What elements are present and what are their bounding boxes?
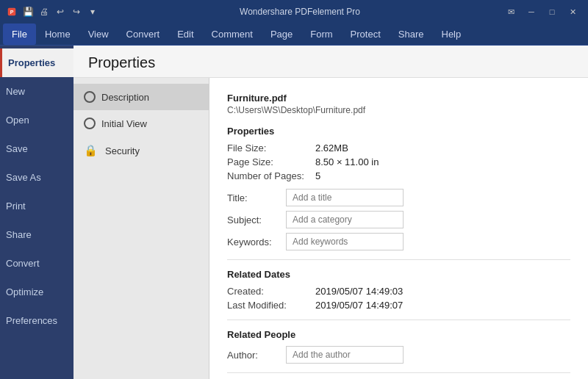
sub-item-security-label: Security: [105, 145, 140, 156]
page-size-label: Page Size:: [227, 156, 315, 167]
related-dates-title: Related Dates: [227, 269, 570, 280]
sidebar-item-optimize[interactable]: Optimize: [0, 278, 74, 306]
lock-icon: 🔒: [84, 144, 98, 157]
app-icon: P: [6, 6, 18, 18]
menu-edit[interactable]: Edit: [168, 24, 202, 45]
file-size-label: File Size:: [227, 142, 315, 154]
sub-item-security[interactable]: 🔒 Security: [74, 137, 209, 165]
sidebar-item-save-as[interactable]: Save As: [0, 163, 74, 192]
properties-content: Furniture.pdf C:\Users\WS\Desktop\Furnit…: [209, 78, 588, 379]
sub-panel: Description Initial View 🔒 Security: [74, 78, 209, 379]
keywords-field-label: Keywords:: [227, 237, 286, 248]
sidebar-item-preferences[interactable]: Preferences: [0, 306, 74, 335]
keywords-input[interactable]: [286, 233, 404, 250]
divider-3: [227, 372, 570, 373]
menu-view[interactable]: View: [79, 24, 118, 45]
sub-item-initial-view-label: Initial View: [101, 118, 147, 129]
custom-tb-icon[interactable]: ▾: [87, 6, 98, 18]
sub-item-description-label: Description: [101, 92, 149, 103]
print-tb-icon[interactable]: 🖨: [38, 6, 50, 18]
modified-value: 2019/05/07 14:49:07: [315, 300, 403, 311]
menu-protect[interactable]: Protect: [342, 24, 390, 45]
title-bar: P 💾 🖨 ↩ ↪ ▾ Wondershare PDFelement Pro ✉…: [0, 0, 588, 24]
content-area: Properties Description Initial View 🔒 Se…: [74, 46, 588, 379]
title-bar-icons: P 💾 🖨 ↩ ↪ ▾: [6, 6, 98, 18]
file-size-row: File Size: 2.62MB: [227, 142, 570, 154]
modified-row: Last Modified: 2019/05/07 14:49:07: [227, 300, 570, 311]
sidebar-item-print[interactable]: Print: [0, 192, 74, 220]
author-field-label: Author:: [227, 350, 286, 361]
initial-view-icon: [84, 118, 96, 129]
author-input[interactable]: [286, 346, 404, 364]
menu-form[interactable]: Form: [301, 24, 341, 45]
close-button[interactable]: ✕: [563, 4, 582, 19]
menu-convert[interactable]: Convert: [118, 24, 169, 45]
title-field-row: Title:: [227, 189, 570, 206]
subject-field-label: Subject:: [227, 214, 286, 225]
divider-1: [227, 259, 570, 260]
properties-section-title: Properties: [227, 126, 570, 137]
num-pages-value: 5: [315, 170, 320, 181]
page-title: Properties: [88, 54, 155, 71]
menu-comment[interactable]: Comment: [203, 24, 262, 45]
created-value: 2019/05/07 14:49:03: [315, 286, 403, 297]
num-pages-row: Number of Pages: 5: [227, 170, 570, 181]
menu-share[interactable]: Share: [390, 24, 433, 45]
svg-text:P: P: [10, 10, 14, 15]
divider-2: [227, 320, 570, 320]
file-path: C:\Users\WS\Desktop\Furniture.pdf: [227, 105, 570, 115]
sidebar-item-properties[interactable]: Properties: [0, 48, 74, 77]
sub-item-description[interactable]: Description: [74, 84, 209, 110]
menu-home[interactable]: Home: [36, 24, 79, 45]
content-body: Description Initial View 🔒 Security Furn…: [74, 78, 588, 379]
save-tb-icon[interactable]: 💾: [22, 6, 34, 18]
maximize-button[interactable]: □: [542, 4, 562, 19]
undo-tb-icon[interactable]: ↩: [54, 6, 66, 18]
window-title: Wondershare PDFelement Pro: [98, 7, 501, 17]
sidebar-item-open[interactable]: Open: [0, 106, 74, 134]
sidebar-item-save[interactable]: Save: [0, 134, 74, 163]
related-people-title: Related People: [227, 329, 570, 340]
redo-tb-icon[interactable]: ↪: [71, 6, 82, 18]
page-size-row: Page Size: 8.50 × 11.00 in: [227, 156, 570, 167]
title-input[interactable]: [286, 189, 404, 206]
keywords-field-row: Keywords:: [227, 233, 570, 250]
created-row: Created: 2019/05/07 14:49:03: [227, 286, 570, 297]
author-field-row: Author:: [227, 346, 570, 364]
subject-field-row: Subject:: [227, 211, 570, 228]
description-icon: [84, 91, 96, 103]
sub-item-initial-view[interactable]: Initial View: [74, 110, 209, 137]
main-layout: Properties New Open Save Save As Print S…: [0, 46, 588, 379]
sidebar-item-new[interactable]: New: [0, 77, 74, 106]
menu-help[interactable]: Help: [433, 24, 470, 45]
email-icon[interactable]: ✉: [501, 4, 520, 19]
sidebar-item-share[interactable]: Share: [0, 220, 74, 249]
file-name: Furniture.pdf: [227, 93, 570, 104]
title-field-label: Title:: [227, 192, 286, 203]
sidebar: Properties New Open Save Save As Print S…: [0, 46, 74, 379]
window-controls: ✉ ─ □ ✕: [501, 4, 582, 19]
menu-file[interactable]: File: [3, 24, 36, 45]
page-size-value: 8.50 × 11.00 in: [315, 156, 379, 167]
file-size-value: 2.62MB: [315, 142, 348, 154]
menu-page[interactable]: Page: [262, 24, 301, 45]
subject-input[interactable]: [286, 211, 404, 228]
sidebar-item-convert[interactable]: Convert: [0, 249, 74, 278]
menu-bar: File Home View Convert Edit Comment Page…: [0, 24, 588, 46]
num-pages-label: Number of Pages:: [227, 170, 315, 181]
created-label: Created:: [227, 286, 315, 297]
minimize-button[interactable]: ─: [522, 4, 541, 19]
modified-label: Last Modified:: [227, 300, 315, 311]
